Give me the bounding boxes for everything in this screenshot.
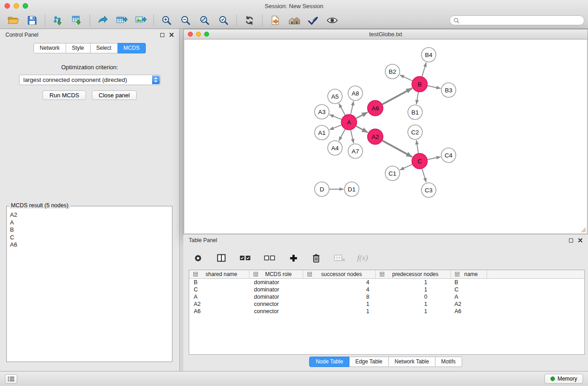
table-row[interactable]: Cdominator41C	[189, 286, 584, 293]
tab-network-table[interactable]: Network Table	[389, 357, 435, 367]
graph-node-A6[interactable]: A6	[368, 100, 383, 116]
graph-edge-A-A8[interactable]	[351, 101, 354, 114]
graph-edge-C-C4[interactable]	[428, 157, 441, 160]
memory-button[interactable]: Memory	[545, 374, 583, 384]
graph-edge-A-A1[interactable]	[330, 125, 341, 129]
graph-node-B[interactable]: B	[412, 76, 427, 92]
graph-node-B3[interactable]: B3	[441, 83, 456, 97]
zoom-fit-button[interactable]	[195, 13, 214, 28]
graph-edge-C-C1[interactable]	[400, 164, 412, 170]
zoom-out-button[interactable]	[176, 13, 195, 28]
show-columns-button[interactable]	[215, 251, 228, 265]
delete-rows-button[interactable]	[310, 251, 322, 265]
minimize-network-window-button[interactable]	[196, 32, 201, 37]
table-cell[interactable]: connector	[249, 308, 303, 315]
table-cell[interactable]: 4	[303, 286, 376, 293]
minimize-window-button[interactable]	[14, 3, 19, 9]
export-table-button[interactable]	[112, 13, 131, 28]
network-canvas[interactable]: B4B2BB3A8A5A6B1A3AC2A1A2A4A7C4CC1C3DD1	[185, 40, 587, 233]
graph-edge-A-A3[interactable]	[330, 114, 341, 119]
graph-node-D1[interactable]: D1	[344, 182, 359, 196]
graph-node-B1[interactable]: B1	[408, 105, 422, 119]
zoom-in-button[interactable]	[157, 13, 176, 28]
graph-edge-B-B3[interactable]	[428, 86, 441, 89]
tab-network[interactable]: Network	[33, 43, 66, 53]
table-cell[interactable]: 1	[303, 300, 376, 308]
table-cell[interactable]: A6	[451, 308, 487, 315]
table-row[interactable]: A2connector11A2	[189, 300, 584, 308]
graph-node-A1[interactable]: A1	[315, 125, 329, 140]
apply-style-button[interactable]	[304, 13, 323, 28]
optimization-criterion-select[interactable]: largest connected component (directed)	[19, 75, 161, 85]
resize-grip-icon[interactable]	[580, 226, 586, 233]
tab-motifs[interactable]: Motifs	[435, 357, 462, 367]
graph-node-B2[interactable]: B2	[385, 64, 400, 79]
graph-edge-B-B1[interactable]	[416, 92, 418, 104]
table-cell[interactable]: 1	[376, 279, 451, 286]
table-cell[interactable]: A2	[189, 300, 249, 308]
graph-edge-A-A2[interactable]	[356, 126, 368, 133]
graph-edge-B-B4[interactable]	[422, 62, 426, 76]
graph-node-B4[interactable]: B4	[421, 48, 436, 62]
refresh-view-button[interactable]	[240, 13, 259, 28]
graph-edge-C-C3[interactable]	[422, 169, 426, 182]
table-settings-button[interactable]	[191, 251, 204, 265]
mcds-result-item[interactable]: B	[10, 226, 169, 234]
close-panel-button[interactable]: Close panel	[92, 91, 137, 100]
graph-edge-A2-C[interactable]	[382, 141, 412, 157]
add-row-button[interactable]	[287, 251, 299, 265]
graph-edge-A-A7[interactable]	[351, 130, 354, 143]
show-graphics-details-button[interactable]	[323, 13, 342, 28]
mcds-result-item[interactable]: A	[10, 219, 169, 227]
mcds-result-item[interactable]: A6	[10, 241, 169, 249]
tab-style[interactable]: Style	[66, 43, 91, 53]
table-cell[interactable]: 0	[376, 293, 451, 300]
table-cell[interactable]: 1	[376, 286, 451, 293]
graph-edge-A-A4[interactable]	[339, 129, 345, 141]
open-session-button[interactable]	[4, 13, 23, 28]
graph-edge-C-C2[interactable]	[416, 140, 418, 153]
graph-edge-B-B2[interactable]	[400, 75, 412, 81]
export-network-button[interactable]	[93, 13, 112, 28]
document-with-arrow-button[interactable]	[266, 13, 285, 28]
close-table-panel-icon[interactable]	[578, 238, 583, 243]
table-cell[interactable]: dominator	[249, 293, 303, 300]
table-cell[interactable]: A	[189, 293, 249, 300]
graph-edge-A-A5[interactable]	[339, 104, 345, 115]
table-cell[interactable]: C	[451, 286, 487, 293]
column-header-name[interactable]: name	[451, 270, 487, 278]
import-table-button[interactable]	[67, 13, 86, 28]
graph-node-A5[interactable]: A5	[328, 89, 342, 104]
mcds-result-item[interactable]: A2	[10, 211, 169, 219]
delete-columns-button[interactable]	[333, 251, 346, 265]
float-panel-icon[interactable]	[160, 33, 164, 37]
status-list-button[interactable]	[5, 374, 17, 384]
table-cell[interactable]: C	[189, 286, 249, 293]
zoom-selected-button[interactable]	[214, 13, 233, 28]
close-network-window-button[interactable]	[188, 32, 193, 37]
column-header-predecessor-nodes[interactable]: predecessor nodes	[376, 270, 451, 278]
graph-node-A3[interactable]: A3	[315, 105, 329, 119]
search-box[interactable]	[449, 15, 584, 25]
table-row[interactable]: Adominator80A	[189, 293, 584, 300]
graph-edge-A6-B[interactable]	[382, 88, 412, 104]
graph-edge-A-A6[interactable]	[356, 112, 368, 119]
maximize-network-window-button[interactable]	[204, 32, 209, 37]
save-session-button[interactable]	[23, 13, 42, 28]
search-input[interactable]	[462, 17, 580, 24]
table-row[interactable]: A6connector11A6	[189, 308, 584, 315]
function-builder-button[interactable]: f(x)	[357, 253, 368, 262]
export-image-button[interactable]	[131, 13, 150, 28]
graph-node-D[interactable]: D	[315, 182, 329, 196]
graph-node-A2[interactable]: A2	[368, 129, 383, 144]
table-cell[interactable]: 1	[376, 308, 451, 315]
graph-node-C4[interactable]: C4	[441, 148, 456, 162]
graph-node-C3[interactable]: C3	[421, 183, 436, 197]
graph-node-C2[interactable]: C2	[408, 125, 422, 139]
tab-mcds[interactable]: MCDS	[118, 43, 146, 53]
column-header-MCDS-role[interactable]: MCDS role	[249, 270, 303, 278]
home-button[interactable]	[285, 13, 304, 28]
graph-node-C1[interactable]: C1	[385, 166, 400, 181]
table-cell[interactable]: 4	[303, 279, 376, 286]
unselect-all-button[interactable]	[263, 251, 277, 265]
